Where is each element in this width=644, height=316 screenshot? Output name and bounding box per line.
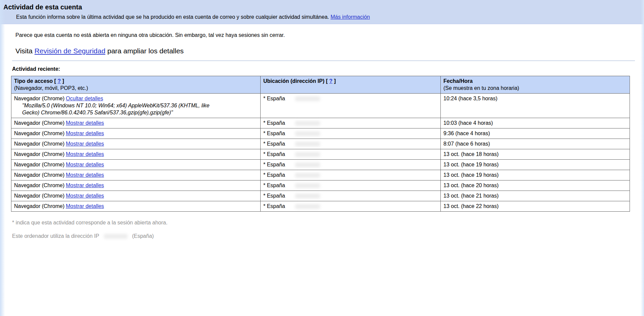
- access-cell: Navegador (Chrome)Mostrar detalles: [11, 128, 261, 139]
- datetime-text: 13 oct. (hace 20 horas): [443, 182, 499, 188]
- table-row: Navegador (Chrome)Ocultar detalles "Mozi…: [11, 94, 630, 118]
- table-row: Navegador (Chrome)Mostrar detalles * Esp…: [11, 128, 630, 139]
- location-cell: * España: [261, 201, 441, 212]
- datetime-text: 13 oct. (hace 21 horas): [443, 193, 499, 199]
- access-cell: Navegador (Chrome)Mostrar detalles: [11, 139, 261, 149]
- redacted-ip-blur: [295, 121, 320, 125]
- help-link-access[interactable]: ?: [58, 78, 61, 84]
- access-cell: Navegador (Chrome)Mostrar detalles: [11, 160, 261, 170]
- table-row: Navegador (Chrome)Mostrar detalles * Esp…: [11, 201, 630, 212]
- table-row: Navegador (Chrome)Mostrar detalles * Esp…: [11, 180, 630, 191]
- col-subtitle-datetime: (Se muestra en tu zona horaria): [443, 85, 519, 91]
- status-text: Parece que esta cuenta no está abierta e…: [0, 24, 644, 38]
- datetime-text: 9:36 (hace 4 horas): [443, 130, 490, 136]
- datetime-cell: 10:24 (hace 3,5 horas): [441, 94, 630, 118]
- access-cell: Navegador (Chrome)Mostrar detalles: [11, 118, 261, 128]
- recent-activity-label: Actividad reciente:: [0, 61, 644, 72]
- access-cell: Navegador (Chrome)Mostrar detalles: [11, 180, 261, 191]
- datetime-cell: 13 oct. (hace 20 horas): [441, 180, 630, 191]
- datetime-cell: 8:07 (hace 6 horas): [441, 139, 630, 149]
- user-agent-text: "Mozilla/5.0 (Windows NT 10.0; Win64; x6…: [14, 102, 225, 116]
- details-toggle-link[interactable]: Ocultar detalles: [66, 96, 103, 101]
- details-toggle-link[interactable]: Mostrar detalles: [66, 172, 104, 178]
- col-header-location: Ubicación (dirección IP) [ ? ]: [261, 76, 441, 94]
- location-cell: * España: [261, 160, 441, 170]
- help-bracket: ]: [334, 78, 336, 84]
- access-cell: Navegador (Chrome)Mostrar detalles: [11, 191, 261, 201]
- location-text: * España: [263, 141, 285, 147]
- details-toggle-link[interactable]: Mostrar detalles: [66, 151, 104, 157]
- datetime-cell: 9:36 (hace 4 horas): [441, 128, 630, 139]
- header-description-text: Esta función informa sobre la última act…: [16, 14, 329, 20]
- access-type-text: Navegador (Chrome): [14, 182, 64, 188]
- location-cell: * España: [261, 191, 441, 201]
- help-link-location[interactable]: ?: [329, 78, 333, 84]
- table-header-row: Tipo de acceso [ ? ] (Navegador, móvil, …: [11, 76, 630, 94]
- page-title: Actividad de esta cuenta: [0, 3, 644, 11]
- activity-table-body: Navegador (Chrome)Ocultar detalles "Mozi…: [11, 94, 630, 212]
- datetime-text: 13 oct. (hace 19 horas): [443, 162, 499, 167]
- location-cell: * España: [261, 139, 441, 149]
- datetime-cell: 13 oct. (hace 19 horas): [441, 170, 630, 180]
- current-ip-note: Este ordenador utiliza la dirección IP(E…: [0, 226, 644, 239]
- location-cell: * España: [261, 128, 441, 139]
- details-toggle-link[interactable]: Mostrar detalles: [66, 130, 104, 136]
- security-review-prefix: Visita: [15, 47, 33, 55]
- security-review-link[interactable]: Revisión de Seguridad: [35, 47, 105, 55]
- redacted-ip-blur: [295, 97, 320, 101]
- redacted-ip-blur: [295, 183, 320, 188]
- location-text: * España: [263, 172, 285, 178]
- datetime-text: 13 oct. (hace 22 horas): [443, 203, 499, 209]
- location-text: * España: [263, 162, 285, 167]
- redacted-ip-blur: [295, 204, 320, 209]
- help-bracket: ]: [62, 78, 64, 84]
- security-review-text: Visita Revisión de Seguridad para amplia…: [0, 38, 644, 55]
- location-text: * España: [263, 193, 285, 199]
- redacted-ip-blur: [295, 173, 320, 177]
- access-type-text: Navegador (Chrome): [14, 193, 64, 199]
- help-bracket: [: [54, 78, 56, 84]
- redacted-ip-blur: [295, 131, 320, 136]
- details-toggle-link[interactable]: Mostrar detalles: [66, 193, 104, 199]
- access-type-text: Navegador (Chrome): [14, 172, 64, 178]
- location-text: * España: [263, 96, 285, 101]
- location-text: * España: [263, 130, 285, 136]
- table-row: Navegador (Chrome)Mostrar detalles * Esp…: [11, 149, 630, 160]
- datetime-text: 10:24 (hace 3,5 horas): [443, 96, 497, 101]
- datetime-cell: 10:03 (hace 4 horas): [441, 118, 630, 128]
- location-cell: * España: [261, 94, 441, 118]
- access-cell: Navegador (Chrome)Mostrar detalles: [11, 170, 261, 180]
- access-type-text: Navegador (Chrome): [14, 120, 64, 126]
- redacted-ip-blur: [295, 194, 320, 198]
- ip-note-suffix: (España): [132, 233, 154, 239]
- table-row: Navegador (Chrome)Mostrar detalles * Esp…: [11, 118, 630, 128]
- table-row: Navegador (Chrome)Mostrar detalles * Esp…: [11, 170, 630, 180]
- redacted-ip-blur: [295, 142, 320, 146]
- security-review-suffix: para ampliar los detalles: [107, 47, 184, 55]
- location-cell: * España: [261, 170, 441, 180]
- ip-note-prefix: Este ordenador utiliza la dirección IP: [12, 233, 99, 239]
- details-toggle-link[interactable]: Mostrar detalles: [66, 141, 104, 147]
- datetime-cell: 13 oct. (hace 21 horas): [441, 191, 630, 201]
- access-type-text: Navegador (Chrome): [14, 141, 64, 147]
- table-row: Navegador (Chrome)Mostrar detalles * Esp…: [11, 191, 630, 201]
- details-toggle-link[interactable]: Mostrar detalles: [66, 120, 104, 126]
- location-cell: * España: [261, 118, 441, 128]
- table-row: Navegador (Chrome)Mostrar detalles * Esp…: [11, 160, 630, 170]
- redacted-ip-blur: [104, 234, 127, 239]
- more-info-link[interactable]: Más información: [330, 14, 370, 20]
- access-type-text: Navegador (Chrome): [14, 151, 64, 157]
- table-row: Navegador (Chrome)Mostrar detalles * Esp…: [11, 139, 630, 149]
- header-description: Esta función informa sobre la última act…: [0, 11, 644, 20]
- datetime-text: 10:03 (hace 4 horas): [443, 120, 493, 126]
- details-toggle-link[interactable]: Mostrar detalles: [66, 182, 104, 188]
- datetime-text: 8:07 (hace 6 horas): [443, 141, 490, 147]
- details-toggle-link[interactable]: Mostrar detalles: [66, 203, 104, 209]
- col-subtitle-access: (Navegador, móvil, POP3, etc.): [14, 85, 88, 91]
- activity-table: Tipo de acceso [ ? ] (Navegador, móvil, …: [11, 76, 630, 212]
- details-toggle-link[interactable]: Mostrar detalles: [66, 162, 104, 167]
- redacted-ip-blur: [295, 152, 320, 157]
- datetime-text: 13 oct. (hace 19 horas): [443, 172, 499, 178]
- datetime-text: 13 oct. (hace 18 horas): [443, 151, 499, 157]
- access-cell: Navegador (Chrome)Mostrar detalles: [11, 201, 261, 212]
